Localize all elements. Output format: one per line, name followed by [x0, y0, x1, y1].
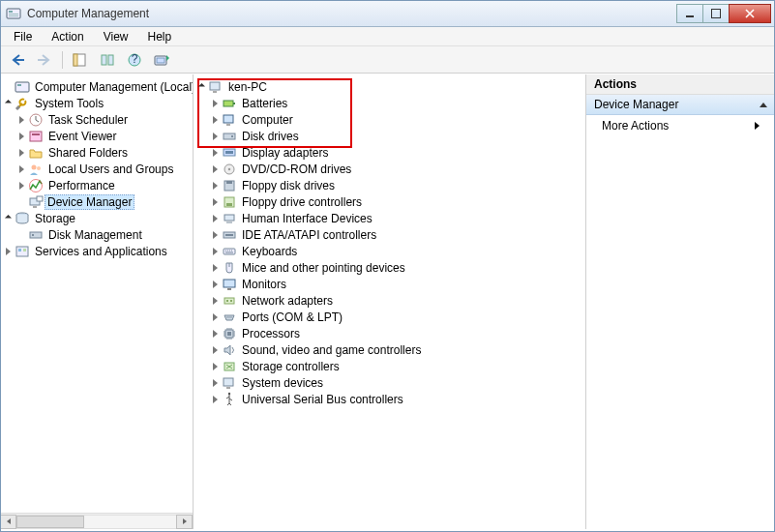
- tree-performance[interactable]: Performance: [0, 177, 193, 193]
- tree-disk-management[interactable]: Disk Management: [0, 226, 193, 243]
- scroll-track[interactable]: [16, 515, 176, 529]
- help-button[interactable]: ?: [123, 49, 146, 71]
- expander-icon[interactable]: [209, 98, 221, 109]
- tree-services-apps[interactable]: Services and Applications: [0, 243, 193, 259]
- expander-icon[interactable]: [15, 180, 27, 192]
- svg-rect-21: [33, 206, 37, 208]
- tree-label: Keyboards: [241, 245, 298, 258]
- device-sound[interactable]: Sound, video and game controllers: [194, 341, 585, 358]
- result-pane: ken-PC Batteries Computer Disk drives: [194, 74, 586, 529]
- expander-icon[interactable]: [209, 163, 221, 175]
- svg-point-40: [228, 167, 230, 169]
- expander-icon[interactable]: [15, 163, 27, 175]
- minimize-button[interactable]: [676, 4, 703, 23]
- expander-icon[interactable]: [2, 213, 14, 224]
- device-usb[interactable]: Universal Serial Bus controllers: [194, 391, 585, 407]
- svg-rect-28: [23, 249, 26, 251]
- tree-device-manager[interactable]: Device Manager: [0, 193, 193, 210]
- device-dvd[interactable]: DVD/CD-ROM drives: [194, 161, 585, 177]
- device-root[interactable]: ken-PC: [194, 78, 585, 95]
- svg-rect-22: [37, 196, 43, 201]
- svg-point-56: [228, 316, 229, 317]
- tree-system-tools[interactable]: System Tools: [0, 95, 193, 111]
- device-ports[interactable]: Ports (COM & LPT): [194, 309, 585, 325]
- expander-icon[interactable]: [209, 229, 221, 241]
- scan-hardware-button[interactable]: [150, 49, 173, 71]
- expander-icon[interactable]: [209, 114, 221, 126]
- mouse-icon: [222, 260, 237, 276]
- submenu-arrow-icon: [755, 122, 760, 130]
- expander-icon[interactable]: [209, 295, 221, 307]
- device-display-adapters[interactable]: Display adapters: [194, 144, 585, 161]
- scroll-right-button[interactable]: [176, 515, 193, 529]
- expander-icon[interactable]: [209, 344, 221, 356]
- expander-icon[interactable]: [15, 114, 27, 126]
- device-floppy-controllers[interactable]: Floppy drive controllers: [194, 193, 585, 210]
- menu-help[interactable]: Help: [140, 28, 180, 45]
- port-icon: [222, 310, 237, 325]
- device-batteries[interactable]: Batteries: [194, 95, 585, 111]
- tree-label: Local Users and Groups: [47, 163, 174, 176]
- scope-pane: Computer Management (Local) System Tools: [0, 74, 194, 529]
- tree-local-users[interactable]: Local Users and Groups: [0, 161, 193, 177]
- svg-rect-5: [74, 54, 77, 66]
- expander-icon[interactable]: [209, 131, 221, 142]
- tree-label: System devices: [241, 376, 324, 390]
- more-actions-row[interactable]: More Actions: [586, 115, 775, 136]
- expander-icon[interactable]: [209, 180, 221, 192]
- device-disk-drives[interactable]: Disk drives: [194, 128, 585, 144]
- device-storage-controllers[interactable]: Storage controllers: [194, 358, 585, 374]
- expander-icon[interactable]: [209, 361, 221, 372]
- properties-button[interactable]: [96, 49, 119, 71]
- expander-icon[interactable]: [15, 147, 27, 159]
- expander-icon[interactable]: [209, 196, 221, 208]
- expander-icon[interactable]: [209, 311, 221, 323]
- device-mice[interactable]: Mice and other pointing devices: [194, 259, 585, 276]
- battery-icon: [222, 96, 237, 111]
- nav-back-button[interactable]: [6, 49, 29, 71]
- expander-icon[interactable]: [2, 98, 14, 109]
- expander-icon[interactable]: [195, 81, 207, 93]
- menu-view[interactable]: View: [96, 28, 136, 45]
- device-floppy-drives[interactable]: Floppy disk drives: [194, 177, 585, 193]
- tree-label: Device Manager: [45, 194, 134, 210]
- menu-action[interactable]: Action: [44, 28, 91, 45]
- show-hide-tree-button[interactable]: [69, 49, 92, 71]
- device-computer[interactable]: Computer: [194, 111, 585, 128]
- tree-root-computer-management[interactable]: Computer Management (Local): [0, 78, 193, 95]
- expander-icon[interactable]: [2, 246, 14, 257]
- device-monitors[interactable]: Monitors: [194, 276, 585, 292]
- expander-icon[interactable]: [209, 394, 221, 405]
- device-network[interactable]: Network adapters: [194, 292, 585, 309]
- tools-icon: [15, 96, 30, 111]
- device-system-devices[interactable]: System devices: [194, 374, 585, 391]
- expander-icon[interactable]: [209, 279, 221, 290]
- maximize-button[interactable]: [702, 4, 730, 23]
- expander-icon[interactable]: [15, 131, 27, 142]
- expander-icon[interactable]: [209, 377, 221, 389]
- display-adapter-icon: [222, 145, 237, 161]
- device-hid[interactable]: Human Interface Devices: [194, 210, 585, 226]
- device-ide[interactable]: IDE ATA/ATAPI controllers: [194, 226, 585, 243]
- storage-ctrl-icon: [222, 359, 237, 374]
- device-processors[interactable]: Processors: [194, 325, 585, 341]
- svg-rect-30: [213, 91, 217, 93]
- horizontal-scrollbar[interactable]: [0, 513, 193, 529]
- menu-file[interactable]: File: [6, 28, 40, 45]
- tree-label: Processors: [241, 327, 301, 340]
- expander-icon[interactable]: [209, 246, 221, 257]
- expander-icon[interactable]: [209, 328, 221, 340]
- device-keyboards[interactable]: Keyboards: [194, 243, 585, 259]
- tree-event-viewer[interactable]: Event Viewer: [0, 128, 193, 144]
- nav-forward-button[interactable]: [33, 49, 56, 71]
- close-button[interactable]: [729, 4, 771, 23]
- tree-storage[interactable]: Storage: [0, 210, 193, 226]
- tree-task-scheduler[interactable]: Task Scheduler: [0, 111, 193, 128]
- expander-icon[interactable]: [209, 147, 221, 159]
- scroll-thumb[interactable]: [16, 516, 84, 528]
- expander-icon[interactable]: [209, 262, 221, 274]
- tree-shared-folders[interactable]: Shared Folders: [0, 144, 193, 161]
- scroll-left-button[interactable]: [0, 515, 16, 529]
- actions-section[interactable]: Device Manager: [586, 95, 775, 115]
- expander-icon[interactable]: [209, 213, 221, 224]
